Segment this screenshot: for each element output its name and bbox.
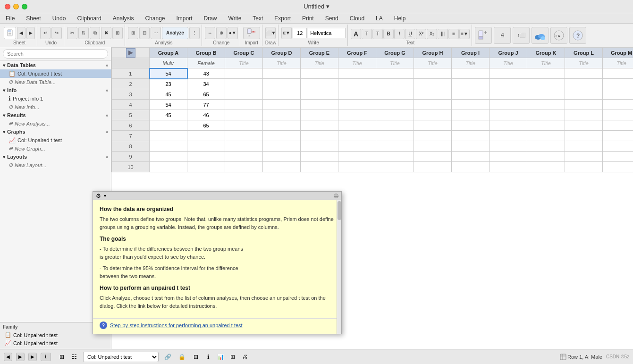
toolbar-alpha[interactable]: α▼ [281,27,292,39]
subheader-9[interactable]: Title [490,58,527,68]
sidebar-new-graph[interactable]: ⊕ New Graph... [0,144,111,152]
cell-r7-c9[interactable] [490,141,527,152]
toolbar-delete-row[interactable]: ⊟ [139,27,150,39]
cell-r8-c9[interactable] [490,152,527,162]
status-icon-layout[interactable]: ⊞ [228,352,238,362]
cell-r9-c9[interactable] [490,162,527,172]
cell-r0-c4[interactable] [301,68,338,79]
status-nav-prev[interactable]: ◀ [4,353,12,361]
status-icon-chart[interactable]: 📊 [215,352,226,362]
col-header-10[interactable]: Group K [527,48,565,58]
col-header-9[interactable]: Group J [490,48,527,58]
menu-sheet[interactable]: Sheet [24,15,42,22]
toolbar-bold[interactable]: B [383,29,394,39]
cell-r0-c2[interactable] [225,68,263,79]
col-header-4[interactable]: Group E [301,48,338,58]
sidebar-item-col-unpaired[interactable]: 📋 Col: Unpaired t test [0,69,111,78]
cell-r4-c3[interactable] [263,110,301,120]
cell-r5-c11[interactable] [565,120,603,131]
cell-r7-c5[interactable] [338,141,376,152]
col-header-8[interactable]: Group I [452,48,490,58]
subheader-1[interactable]: Female [187,58,225,68]
cell-r9-c4[interactable] [301,162,338,172]
menu-import[interactable]: Import [175,15,194,22]
toolbar-import-btn[interactable]: txtxml [243,27,260,39]
status-icon-table[interactable]: ⊟ [191,352,201,362]
cell-r8-c7[interactable] [414,152,452,162]
menu-cloud[interactable]: Cloud [348,15,366,22]
menu-text[interactable]: Text [251,15,265,22]
cell-r1-c2[interactable] [225,79,263,89]
col-header-0[interactable]: Group A [150,48,187,58]
menu-export[interactable]: Export [272,15,293,22]
results-expand[interactable]: » [105,113,108,118]
cell-r2-c5[interactable] [338,89,376,100]
cell-r8-c2[interactable] [225,152,263,162]
cell-r6-c1[interactable] [187,131,225,141]
status-nav-info[interactable]: ℹ [41,353,51,361]
cell-r3-c10[interactable] [527,100,565,110]
cell-r9-c12[interactable] [603,162,633,172]
toolbar-send-btn[interactable]: ↑⬜ [513,27,530,44]
cell-r6-c6[interactable] [376,131,414,141]
toolbar-help-btn[interactable]: ? [569,27,586,44]
cell-r6-c11[interactable] [565,131,603,141]
cell-r4-c5[interactable] [338,110,376,120]
subheader-5[interactable]: Title [338,58,376,68]
cell-r8-c8[interactable] [452,152,490,162]
cell-r6-c9[interactable] [490,131,527,141]
subheader-7[interactable]: Title [414,58,452,68]
subheader-2[interactable]: Title [225,58,263,68]
cell-r0-c1[interactable]: 43 [187,68,225,79]
cell-r7-c10[interactable] [527,141,565,152]
cell-r7-c2[interactable] [225,141,263,152]
cell-r4-c8[interactable] [452,110,490,120]
cell-r2-c0[interactable]: 45 [150,89,187,100]
toolbar-redo[interactable]: ↪ [51,27,62,39]
cell-r3-c12[interactable] [603,100,633,110]
cell-r4-c10[interactable] [527,110,565,120]
status-nav-next[interactable]: ▶ [16,353,25,361]
cell-r9-c7[interactable] [414,162,452,172]
cell-r0-c7[interactable] [414,68,452,79]
cell-r1-c10[interactable] [527,79,565,89]
maximize-btn[interactable] [22,4,27,9]
toolbar-la-btn[interactable]: LA [550,27,567,44]
cell-r8-c1[interactable] [187,152,225,162]
layouts-expand[interactable]: » [105,154,108,160]
cell-r5-c0[interactable] [150,120,187,131]
cell-r9-c3[interactable] [263,162,301,172]
col-header-1[interactable]: Group B [187,48,225,58]
cell-r6-c7[interactable] [414,131,452,141]
toolbar-subscript[interactable]: X₂ [427,29,437,39]
toolbar-superscript[interactable]: X² [416,29,426,39]
toolbar-copy[interactable]: ⎘ [78,27,89,39]
cell-r2-c8[interactable] [452,89,490,100]
cell-r7-c8[interactable] [452,141,490,152]
subheader-4[interactable]: Title [301,58,338,68]
info-dialog-scrollbar[interactable] [337,200,341,334]
col-header-7[interactable]: Group H [414,48,452,58]
toolbar-align2[interactable]: ≡▼ [459,29,470,39]
cell-r8-c6[interactable] [376,152,414,162]
menu-file[interactable]: File [4,15,17,22]
cell-r7-c1[interactable] [187,141,225,152]
toolbar-sheet-right[interactable]: ▶ [26,27,35,39]
info-dialog-dropdown[interactable]: ▾ [102,194,107,198]
cell-r7-c6[interactable] [376,141,414,152]
cell-r3-c1[interactable]: 77 [187,100,225,110]
cell-r3-c6[interactable] [376,100,414,110]
sidebar-new-info[interactable]: ⊕ New Info... [0,103,111,111]
cell-r2-c2[interactable] [225,89,263,100]
cell-r9-c6[interactable] [376,162,414,172]
cell-r1-c0[interactable]: 23 [150,79,187,89]
cell-r4-c9[interactable] [490,110,527,120]
cell-r6-c2[interactable] [225,131,263,141]
sidebar-section-layouts[interactable]: ▾ Layouts » [0,152,111,161]
cell-r0-c9[interactable] [490,68,527,79]
cell-r6-c0[interactable] [150,131,187,141]
sidebar-item-project-info[interactable]: ℹ Project info 1 [0,94,111,103]
cell-r2-c11[interactable] [565,89,603,100]
menu-undo[interactable]: Undo [51,15,68,22]
subheader-11[interactable]: Title [565,58,603,68]
